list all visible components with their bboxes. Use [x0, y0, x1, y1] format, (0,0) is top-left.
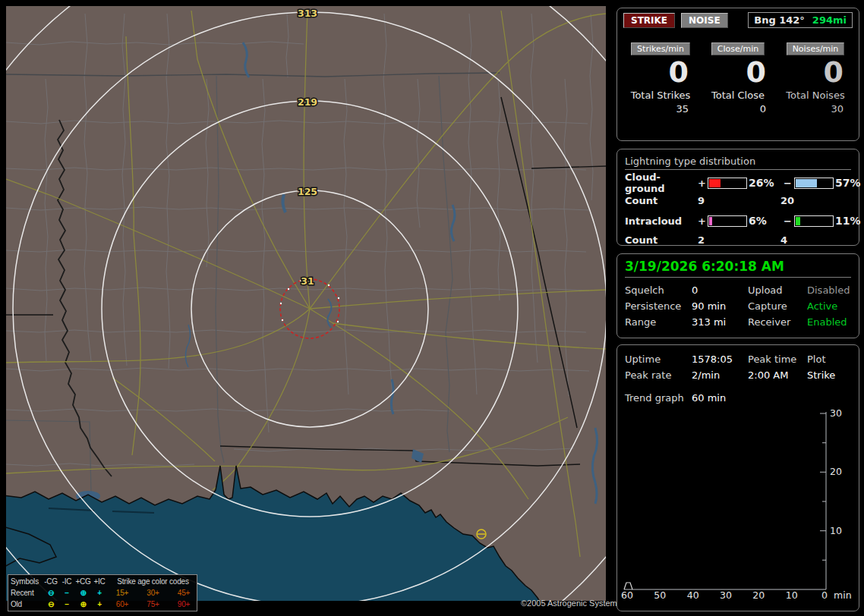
minus-sign: −: [784, 178, 794, 189]
ring-label-219: 219: [298, 96, 317, 108]
total-noises-value: 30: [777, 103, 854, 115]
cg-negative-bar-fill: [796, 179, 817, 187]
intracloud-label: Intracloud: [625, 215, 698, 227]
ic-negative-bar: [794, 215, 834, 227]
legend-old-row: Old ⊖ − ⊕ + 60+ 75+ 90+: [11, 599, 194, 610]
strikes-per-min-value: 0: [622, 55, 699, 89]
age-60-label: 60+: [107, 600, 137, 608]
ic-negative-pct: 11%: [835, 215, 864, 227]
uptime-value: 1578:05: [692, 354, 748, 365]
strikes-per-min-button[interactable]: Strikes/min: [631, 42, 690, 55]
lightning-map[interactable]: 313 219 125 31: [6, 6, 606, 601]
capture-value: Active: [807, 300, 851, 312]
cloud-ground-count-row: Count 9 20: [617, 191, 859, 209]
close-column: Close/min 0 Total Close 0: [699, 40, 777, 115]
legend-old-label: Old: [11, 600, 43, 608]
upload-label: Upload: [748, 284, 807, 296]
legend-age-title: Strike age color codes: [107, 577, 199, 586]
legend-recent-row: Recent ⊖ − ⊕ + 15+ 30+ 45+: [11, 587, 194, 599]
noises-per-min-value: 0: [777, 55, 854, 89]
cg-negative-count: 20: [780, 195, 851, 206]
ytick-30: 30: [830, 407, 842, 419]
total-strikes-label: Total Strikes: [622, 90, 699, 101]
xtick-30: 30: [720, 589, 732, 601]
recent-neg-ic-icon: −: [59, 589, 74, 597]
cg-positive-bar: [708, 178, 747, 189]
intracloud-count-row: Count 2 4: [617, 231, 859, 249]
uptime-label: Uptime: [625, 354, 692, 365]
peak-time-label: Peak time: [748, 354, 807, 365]
legend-pos-cg-label: +CG: [74, 577, 92, 586]
peak-time-value: 2:00 AM: [748, 369, 807, 381]
distribution-panel: Lightning type distribution Cloud-ground…: [616, 149, 859, 246]
age-30-label: 30+: [137, 589, 169, 597]
strike-button[interactable]: STRIKE: [623, 13, 675, 28]
minus-sign: −: [784, 215, 794, 227]
ic-negative-bar-fill: [796, 217, 800, 225]
ring-label-31: 31: [301, 275, 314, 287]
trend-axes: [624, 412, 826, 589]
ring-label-313: 313: [298, 8, 317, 19]
noises-per-min-button[interactable]: Noises/min: [787, 42, 845, 55]
trend-graph-label: Trend graph: [625, 392, 692, 404]
ring-label-125: 125: [298, 186, 317, 197]
squelch-label: Squelch: [625, 284, 692, 296]
squelch-value: 0: [692, 284, 748, 296]
trend-panel: Uptime 1578:05 Peak time Plot Peak rate …: [616, 344, 859, 611]
xtick-40: 40: [687, 589, 699, 601]
close-per-min-value: 0: [699, 55, 777, 89]
noise-button[interactable]: NOISE: [681, 13, 728, 28]
age-45-label: 45+: [169, 589, 199, 597]
trend-tick-labels: 30 20 10 60 50 40 30 20 10 0 min: [621, 407, 852, 601]
total-strikes-value: 35: [622, 103, 699, 115]
datetime-display: 3/19/2026 6:20:18 AM: [625, 259, 851, 278]
total-close-value: 0: [699, 103, 777, 115]
upload-value: Disabled: [807, 284, 851, 296]
distribution-title: Lightning type distribution: [625, 156, 851, 170]
total-close-label: Total Close: [699, 90, 777, 101]
capture-label: Capture: [748, 300, 807, 312]
legend-neg-ic-label: -IC: [59, 577, 74, 586]
stats-row: Uptime 1578:05 Peak time Plot: [617, 351, 859, 366]
close-per-min-button[interactable]: Close/min: [711, 42, 765, 55]
strikes-column: Strikes/min 0 Total Strikes 35: [622, 40, 699, 115]
status-row: Squelch 0 Upload Disabled: [617, 282, 859, 297]
total-noises-label: Total Noises: [777, 90, 854, 101]
old-neg-ic-icon: −: [59, 600, 74, 608]
range-value: 313 mi: [692, 316, 748, 328]
cg-positive-pct: 26%: [749, 177, 784, 189]
noises-column: Noises/min 0 Total Noises 30: [777, 40, 854, 115]
cg-positive-bar-fill: [709, 179, 721, 187]
xtick-0: 0: [821, 589, 828, 601]
status-panel: 3/19/2026 6:20:18 AM Squelch 0 Upload Di…: [616, 253, 859, 338]
copyright-text: ©2005 Astrogenic Systems: [521, 599, 621, 608]
peak-rate-label: Peak rate: [625, 369, 692, 381]
cg-positive-count: 9: [698, 195, 780, 206]
receiver-label: Receiver: [748, 316, 807, 328]
xtick-60: 60: [621, 589, 633, 601]
legend-recent-label: Recent: [11, 589, 43, 597]
plot-value: Strike: [807, 369, 851, 381]
recent-pos-cg-icon: ⊕: [74, 589, 92, 597]
plus-sign: +: [698, 178, 708, 189]
old-neg-cg-icon: ⊖: [43, 600, 59, 608]
status-row: Persistence 90 min Capture Active: [617, 298, 859, 313]
ic-positive-bar-fill: [709, 217, 712, 225]
cloud-ground-label: Cloud-ground: [625, 171, 698, 194]
status-row: Range 313 mi Receiver Enabled: [617, 314, 859, 329]
bearing-value: Bng 142°: [754, 14, 805, 26]
trend-window-value: 60 min: [692, 392, 748, 404]
ic-negative-count: 4: [780, 234, 851, 246]
persistence-label: Persistence: [625, 300, 692, 312]
count-label: Count: [625, 195, 698, 206]
age-90-label: 90+: [169, 600, 199, 608]
xtick-10: 10: [786, 589, 798, 601]
stats-row: Peak rate 2/min 2:00 AM Strike: [617, 367, 859, 382]
xtick-20: 20: [752, 589, 765, 601]
count-label: Count: [625, 234, 698, 246]
counter-panel: STRIKE NOISE Bng 142°294mi Strikes/min 0…: [616, 8, 859, 141]
trend-graph: 30 20 10 60 50 40 30 20 10 0 min: [617, 345, 857, 611]
ic-positive-bar: [708, 215, 747, 227]
old-pos-ic-icon: +: [92, 600, 107, 608]
age-15-label: 15+: [107, 589, 137, 597]
